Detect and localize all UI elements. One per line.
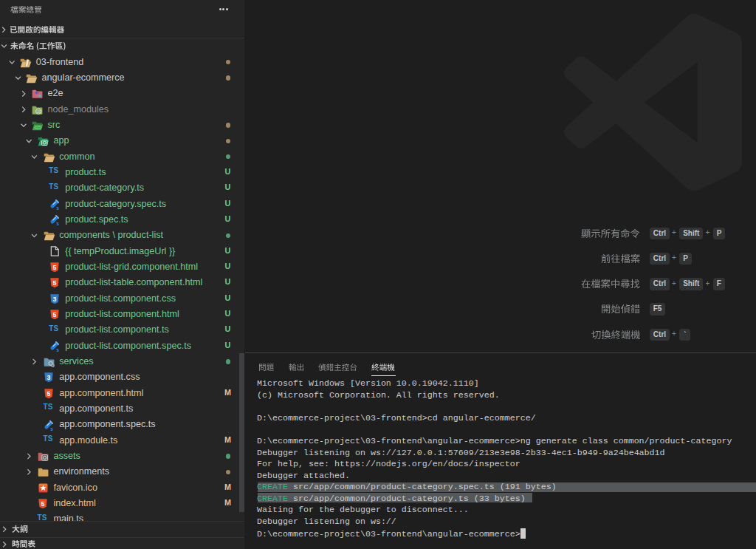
svg-text:3: 3 [52, 296, 56, 303]
svg-text:5: 5 [52, 279, 56, 287]
svg-text:5: 5 [52, 264, 56, 271]
svg-text:</>: </> [35, 125, 42, 130]
svg-text:JS: JS [36, 109, 41, 113]
svg-text:5: 5 [41, 500, 45, 508]
svg-text:s: s [51, 426, 54, 430]
svg-text:s: s [56, 205, 59, 210]
svg-text:s: s [56, 221, 59, 225]
svg-text:s: s [56, 347, 59, 351]
svg-text:3: 3 [47, 374, 50, 381]
svg-text:5: 5 [47, 390, 50, 398]
svg-text:5: 5 [52, 311, 56, 318]
